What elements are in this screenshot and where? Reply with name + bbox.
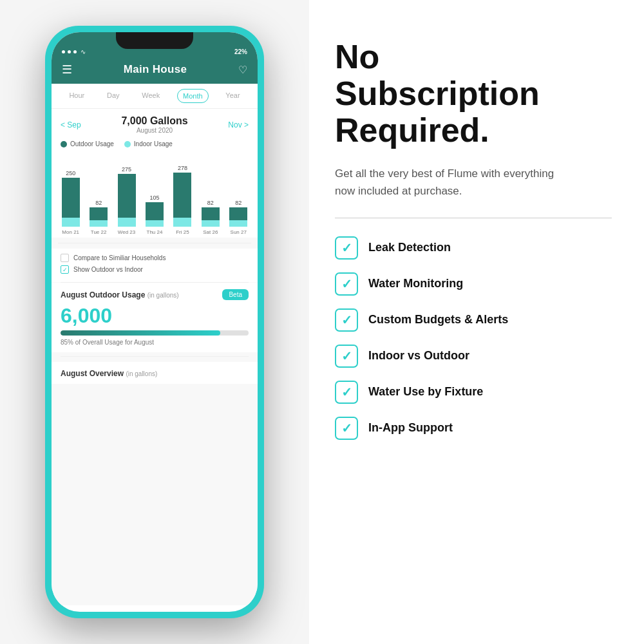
outdoor-title-subtitle: (in gallons) (147, 292, 179, 299)
overview-title-text: August Overview (61, 369, 124, 378)
bar-outdoor-wed23 (118, 174, 136, 218)
bar-day-wed23: Wed 23 (118, 229, 135, 235)
bar-mon21: 250 Mon 21 (58, 170, 83, 235)
chart-divider (58, 243, 251, 243)
feature-checkmark-5: ✓ (341, 422, 352, 435)
next-month-button[interactable]: Nov > (228, 120, 249, 129)
bar-value-sun27: 82 (235, 200, 242, 206)
bar-day-sun27: Sun 27 (231, 229, 247, 235)
tab-week[interactable]: Week (137, 89, 165, 103)
feature-label-5: In-App Support (368, 421, 453, 435)
bar-wed23: 275 Wed 23 (114, 166, 139, 235)
feature-checkbox-2: ✓ (335, 308, 358, 332)
bar-fri25: 278 Fri 25 (170, 165, 195, 235)
feature-list: ✓ Leak Detection ✓ Water Monitoring ✓ Cu… (335, 236, 612, 440)
bar-sat26: 82 Sat 26 (198, 200, 223, 235)
bar-outdoor-mon21 (62, 178, 80, 218)
current-month-label: August 2020 (121, 127, 187, 134)
checkbox-row-outdoor: ✓ Show Outdoor vs Indoor (61, 265, 249, 274)
feature-checkmark-0: ✓ (341, 242, 352, 254)
bar-outdoor-tue22 (90, 207, 108, 220)
checkbox-outdoor[interactable]: ✓ (61, 265, 69, 274)
horizontal-rule (335, 218, 612, 218)
prev-month-button[interactable]: < Sep (61, 120, 81, 129)
outdoor-usage-title: August Outdoor Usage (in gallons) (61, 290, 179, 299)
beta-badge: Beta (222, 289, 249, 300)
bar-value-wed23: 275 (122, 166, 131, 173)
right-panel: NoSubscriptionRequired. Get all the very… (309, 0, 644, 644)
signal-dot-1 (62, 50, 65, 53)
app-title: Main House (124, 63, 187, 76)
bar-value-tue22: 82 (95, 200, 102, 206)
overview-section: August Overview (in gallons) (52, 362, 258, 384)
tab-year[interactable]: Year (220, 89, 245, 103)
total-gallons: 7,000 Gallons (121, 115, 187, 127)
bar-indoor-mon21 (62, 218, 80, 227)
bar-indoor-thu24 (146, 220, 164, 227)
feature-checkbox-1: ✓ (335, 272, 358, 296)
bar-day-mon21: Mon 21 (62, 229, 79, 235)
bar-day-thu24: Thu 24 (147, 229, 163, 235)
bell-icon[interactable]: ♡ (238, 64, 247, 76)
phone-inner: ∿ 22% ☰ Main House ♡ Hour Day Week Month… (52, 32, 258, 612)
indoor-legend-label: Indoor Usage (134, 140, 173, 147)
nav-row: < Sep 7,000 Gallons August 2020 Nov > (52, 109, 258, 137)
outdoor-legend-label: Outdoor Usage (70, 140, 114, 147)
phone-notch (116, 32, 193, 49)
feature-item-1: ✓ Water Monitoring (335, 272, 612, 296)
feature-item-5: ✓ In-App Support (335, 417, 612, 440)
bar-thu24: 105 Thu 24 (142, 194, 167, 235)
outdoor-title-row: August Outdoor Usage (in gallons) Beta (61, 289, 249, 300)
bar-indoor-tue22 (90, 220, 108, 227)
outdoor-dot (61, 141, 67, 147)
hamburger-icon[interactable]: ☰ (62, 64, 72, 75)
outdoor-value: 6,000 (61, 304, 249, 328)
bar-indoor-fri25 (173, 218, 191, 227)
feature-checkmark-2: ✓ (341, 314, 352, 327)
bar-day-sat26: Sat 26 (203, 229, 218, 235)
bar-outdoor-sat26 (202, 207, 220, 220)
feature-label-2: Custom Budgets & Alerts (368, 313, 508, 327)
bar-indoor-sun27 (229, 220, 247, 227)
left-panel: ∿ 22% ☰ Main House ♡ Hour Day Week Month… (0, 0, 309, 644)
bar-outdoor-sun27 (229, 207, 247, 220)
overview-subtitle: (in gallons) (126, 370, 157, 377)
feature-item-0: ✓ Leak Detection (335, 236, 612, 260)
bar-value-thu24: 105 (149, 194, 159, 201)
tab-hour[interactable]: Hour (64, 89, 90, 103)
outdoor-legend: Outdoor Usage (61, 140, 114, 147)
feature-checkmark-3: ✓ (341, 350, 352, 363)
tab-day[interactable]: Day (102, 89, 125, 103)
overview-title: August Overview (in gallons) (61, 369, 157, 378)
bar-indoor-sat26 (202, 220, 220, 227)
time-tabs: Hour Day Week Month Year (52, 84, 258, 109)
feature-label-0: Leak Detection (368, 241, 451, 254)
bar-tue22: 82 Tue 22 (86, 200, 111, 235)
phone-outer: ∿ 22% ☰ Main House ♡ Hour Day Week Month… (45, 26, 264, 618)
app-content: Hour Day Week Month Year < Sep 7,000 Gal… (52, 84, 258, 605)
bar-value-fri25: 278 (178, 165, 187, 171)
feature-checkmark-1: ✓ (341, 278, 352, 290)
wifi-icon: ∿ (80, 48, 86, 55)
feature-label-4: Water Use by Fixture (368, 385, 483, 399)
tab-month[interactable]: Month (177, 89, 209, 103)
outdoor-title-text: August Outdoor Usage (61, 290, 145, 299)
checkbox-compare[interactable] (61, 254, 69, 262)
feature-checkbox-5: ✓ (335, 417, 358, 440)
bar-value-sat26: 82 (207, 200, 214, 206)
indoor-dot (124, 141, 131, 147)
nav-center: 7,000 Gallons August 2020 (121, 115, 187, 134)
bar-outdoor-fri25 (173, 173, 191, 218)
checkmark-icon: ✓ (62, 267, 68, 273)
subtext: Get all the very best of Flume with ever… (335, 165, 567, 200)
feature-item-4: ✓ Water Use by Fixture (335, 381, 612, 404)
chart-area: 250 Mon 21 82 Tue 22 275 (52, 153, 258, 238)
checkbox-outdoor-label: Show Outdoor vs Indoor (73, 266, 143, 273)
feature-item-2: ✓ Custom Budgets & Alerts (335, 308, 612, 332)
feature-checkbox-0: ✓ (335, 236, 358, 260)
checkbox-row-compare: Compare to Similiar Households (61, 254, 249, 262)
battery-label: 22% (234, 48, 247, 55)
progress-bar-fill (61, 330, 220, 336)
outdoor-section: August Outdoor Usage (in gallons) Beta 6… (52, 283, 258, 352)
feature-item-3: ✓ Indoor vs Outdoor (335, 345, 612, 368)
